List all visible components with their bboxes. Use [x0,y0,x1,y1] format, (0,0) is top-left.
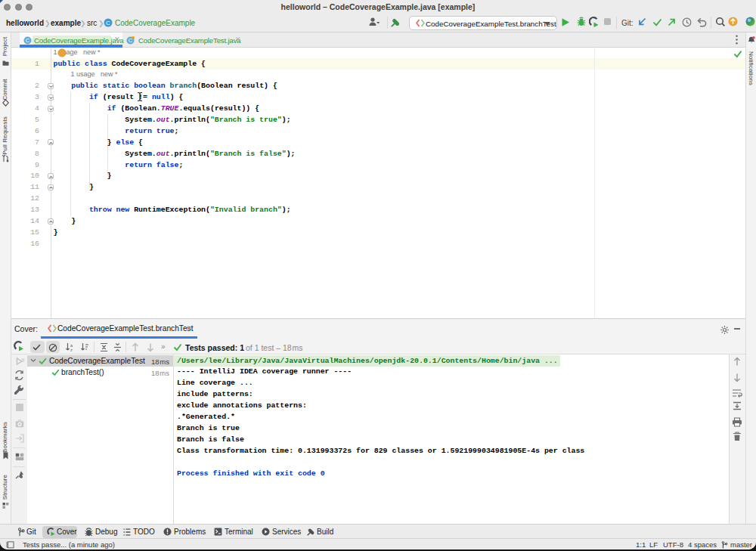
svg-text:9: 9 [22,358,25,363]
svg-text:z: z [70,348,73,352]
svg-text:a: a [70,343,73,348]
svg-text:C: C [26,37,30,44]
svg-text:C: C [106,19,110,26]
